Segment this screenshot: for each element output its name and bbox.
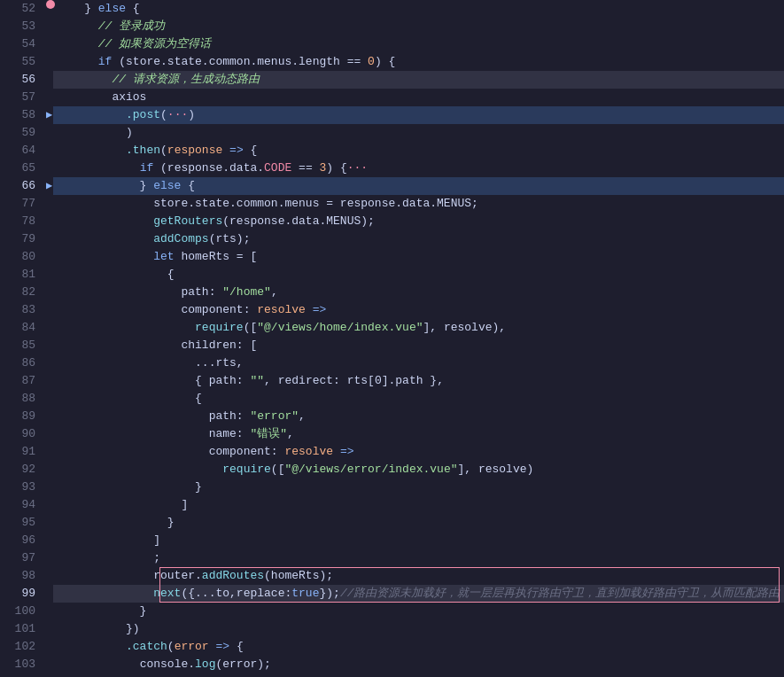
code-line-99: next({...to,replace:true});//路由资源未加载好，就一… xyxy=(53,585,784,603)
code-line-84: require(["@/views/home/index.vue"], reso… xyxy=(53,319,784,337)
code-line-77: store.state.common.menus = response.data… xyxy=(53,195,784,213)
code-line-95: } xyxy=(53,514,784,532)
code-line-59: ) xyxy=(53,124,784,142)
arrow-marker-58: ▶ xyxy=(46,106,60,124)
code-line-88: { xyxy=(53,390,784,408)
code-line-100: } xyxy=(53,603,784,620)
code-line-98: router.addRoutes(homeRts); xyxy=(53,567,784,585)
code-line-92: require(["@/views/error/index.vue"], res… xyxy=(53,461,784,479)
line-numbers: 52 53 54 55 56 57 58 59 64 65 66 77 78 7… xyxy=(0,0,46,677)
code-line-87: { path: "", redirect: rts[0].path }, xyxy=(53,372,784,390)
code-line-52: } else { xyxy=(53,0,784,18)
code-line-94: ] xyxy=(53,496,784,514)
code-line-82: path: "/home", xyxy=(53,284,784,301)
code-line-90: name: "错误", xyxy=(53,425,784,443)
code-line-83: component: resolve => xyxy=(53,301,784,319)
code-line-79: addComps(rts); xyxy=(53,230,784,248)
arrow-marker-66: ▶ xyxy=(46,177,60,195)
code-line-97: ; xyxy=(53,549,784,567)
code-area: 52 53 54 55 56 57 58 59 64 65 66 77 78 7… xyxy=(0,0,784,677)
code-line-80: let homeRts = [ xyxy=(53,248,784,266)
code-line-101: }) xyxy=(53,620,784,638)
code-line-78: getRouters(response.data.MENUS); xyxy=(53,213,784,230)
code-line-54: // 如果资源为空得话 xyxy=(53,35,784,53)
code-line-55: if (store.state.common.menus.length == 0… xyxy=(53,53,784,71)
editor-container: 52 53 54 55 56 57 58 59 64 65 66 77 78 7… xyxy=(0,0,784,677)
code-line-65: if (response.data.CODE == 3) {··· xyxy=(53,160,784,177)
code-line-86: ...rts, xyxy=(53,354,784,372)
code-line-58: .post(···) xyxy=(53,106,784,124)
code-line-96: ] xyxy=(53,532,784,549)
code-line-102: .catch(error => { xyxy=(53,638,784,656)
code-line-53: // 登录成功 xyxy=(53,18,784,35)
code-line-81: { xyxy=(53,266,784,284)
code-line-103: console.log(error); xyxy=(53,656,784,673)
code-line-64: .then(response => { xyxy=(53,142,784,160)
code-line-93: } xyxy=(53,479,784,496)
breakpoint-56 xyxy=(46,0,55,9)
code-line-89: path: "error", xyxy=(53,408,784,425)
code-line-91: component: resolve => xyxy=(53,443,784,461)
code-content[interactable]: } else { // 登录成功 // 如果资源为空得话 if (store.s… xyxy=(46,0,784,677)
code-line-57: axios xyxy=(53,89,784,106)
code-line-104: }); xyxy=(53,673,784,677)
code-line-56: // 请求资源，生成动态路由 xyxy=(53,71,784,89)
code-line-85: children: [ xyxy=(53,337,784,354)
code-line-66: } else { xyxy=(53,177,784,195)
